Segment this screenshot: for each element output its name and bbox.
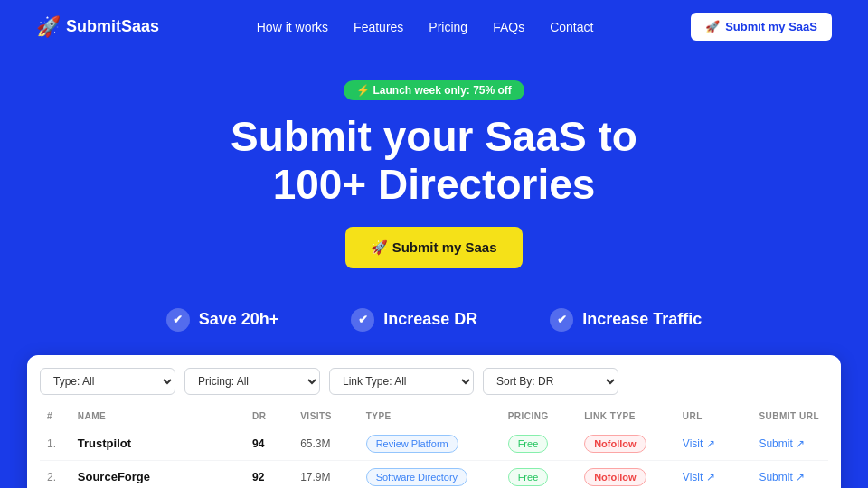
nav-pricing[interactable]: Pricing [429, 20, 467, 34]
row-num-0: 1. [40, 427, 71, 460]
logo-text: SubmitSaas [66, 17, 159, 36]
logo[interactable]: 🚀 SubmitSaas [36, 15, 159, 39]
hero-cta-button[interactable]: 🚀 Submit my Saas [345, 227, 522, 268]
row-pricing-0: Free [501, 427, 578, 460]
header-name: NAME [71, 406, 245, 427]
nav-features[interactable]: Features [354, 20, 403, 34]
header-submit: SUBMIT URL [751, 406, 828, 427]
row-type-0: Review Platform [359, 427, 501, 460]
nav-contact[interactable]: Contact [550, 20, 593, 34]
hero-title: Submit your SaaS to 100+ Directories [36, 113, 832, 209]
navbar: 🚀 SubmitSaas How it works Features Prici… [0, 0, 868, 53]
row-linktype-0: Nofollow [577, 427, 675, 460]
navbar-cta-button[interactable]: 🚀 Submit my SaaS [691, 13, 832, 41]
sort-filter[interactable]: Sort By: DR Sort By: Visits Sort By: Nam… [483, 368, 618, 395]
row-visits-1: 17.9M [293, 460, 358, 488]
check-icon-save: ✔ [166, 308, 190, 332]
nav-links: How it works Features Pricing FAQs Conta… [257, 20, 594, 34]
header-link-type: LINK TYPE [577, 406, 675, 427]
link-type-filter[interactable]: Link Type: All Dofollow Nofollow [329, 368, 474, 395]
row-dr-0: 94 [245, 427, 293, 460]
table-row: 2. SourceForge 92 17.9M Software Directo… [40, 460, 828, 488]
header-pricing: PRICING [501, 406, 578, 427]
directory-table: # NAME DR VISITS TYPE PRICING LINK TYPE … [40, 406, 828, 488]
benefit-dr-label: Increase DR [383, 310, 477, 329]
hero-title-line2: 100+ Directories [273, 161, 596, 208]
navbar-cta-icon: 🚀 [705, 20, 720, 33]
badge-text: ⚡ Launch week only: 75% off [356, 84, 512, 97]
directory-table-card: Type: All AI Directory Review Platform S… [27, 355, 841, 488]
row-submit-1[interactable]: Submit ↗ [751, 460, 828, 488]
benefits-section: ✔ Save 20h+ ✔ Increase DR ✔ Increase Tra… [0, 286, 868, 346]
check-icon-traffic: ✔ [550, 308, 573, 332]
row-linktype-1: Nofollow [577, 460, 675, 488]
nav-how-it-works[interactable]: How it works [257, 20, 328, 34]
benefit-traffic-label: Increase Traffic [582, 310, 702, 329]
row-visits-0: 65.3M [293, 427, 358, 460]
table-header-row: # NAME DR VISITS TYPE PRICING LINK TYPE … [40, 406, 828, 427]
benefit-save-label: Save 20h+ [199, 310, 279, 329]
benefit-save-time: ✔ Save 20h+ [166, 308, 279, 332]
header-visits: VISITS [293, 406, 358, 427]
row-pricing-1: Free [501, 460, 578, 488]
check-icon-dr: ✔ [351, 308, 374, 332]
header-hash: # [40, 406, 71, 427]
row-url-0[interactable]: Visit ↗ [675, 427, 752, 460]
row-num-1: 2. [40, 460, 71, 488]
type-filter[interactable]: Type: All AI Directory Review Platform S… [40, 368, 175, 395]
row-name-1: SourceForge [71, 460, 245, 488]
navbar-cta-label: Submit my SaaS [725, 20, 817, 33]
header-url: URL [675, 406, 752, 427]
header-type: TYPE [359, 406, 501, 427]
filters-row: Type: All AI Directory Review Platform S… [40, 368, 828, 395]
hero-cta-label: 🚀 Submit my Saas [371, 239, 496, 256]
nav-faqs[interactable]: FAQs [493, 20, 524, 34]
header-dr: DR [245, 406, 293, 427]
row-submit-0[interactable]: Submit ↗ [751, 427, 828, 460]
launch-badge: ⚡ Launch week only: 75% off [344, 80, 524, 100]
row-type-1: Software Directory [359, 460, 501, 488]
logo-icon: 🚀 [36, 15, 61, 39]
row-dr-1: 92 [245, 460, 293, 488]
benefit-increase-dr: ✔ Increase DR [351, 308, 477, 332]
row-name-0: Trustpilot [71, 427, 245, 460]
table-row: 1. Trustpilot 94 65.3M Review Platform F… [40, 427, 828, 460]
benefit-increase-traffic: ✔ Increase Traffic [550, 308, 702, 332]
row-url-1[interactable]: Visit ↗ [675, 460, 752, 488]
pricing-filter[interactable]: Pricing: All Free Paid [184, 368, 320, 395]
hero-title-line1: Submit your SaaS to [231, 113, 637, 160]
hero-section: ⚡ Launch week only: 75% off Submit your … [0, 53, 868, 286]
